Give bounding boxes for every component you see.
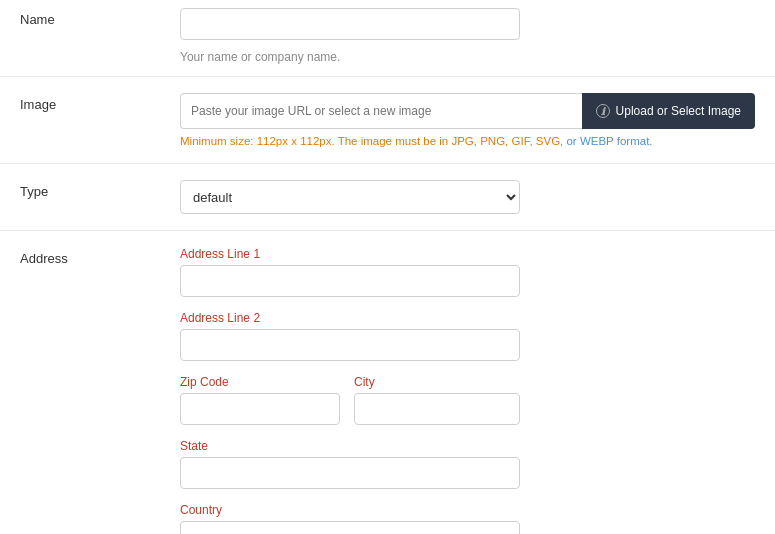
country-select-wrapper: ▾ [180, 521, 520, 534]
zip-label: Zip Code [180, 375, 340, 389]
address-line2-label: Address Line 2 [180, 311, 755, 325]
name-hint: Your name or company name. [180, 50, 755, 64]
city-input[interactable] [354, 393, 520, 425]
image-hint-text: Minimum size: 112px x 112px. The image m… [180, 135, 566, 147]
address-row: Address Address Line 1 Address Line 2 Zi… [0, 231, 775, 534]
address-line1-input[interactable] [180, 265, 520, 297]
image-hint: Minimum size: 112px x 112px. The image m… [180, 135, 755, 147]
state-input[interactable] [180, 457, 520, 489]
name-label: Name [20, 8, 180, 64]
image-content: ℹ Upload or Select Image Minimum size: 1… [180, 93, 755, 147]
zip-group: Zip Code [180, 375, 340, 425]
address-line2-input[interactable] [180, 329, 520, 361]
name-row: Name Your name or company name. [0, 0, 775, 77]
country-label: Country [180, 503, 755, 517]
address-line1-label: Address Line 1 [180, 247, 755, 261]
name-content: Your name or company name. [180, 8, 755, 64]
form-container: Name Your name or company name. Image ℹ … [0, 0, 775, 534]
state-group: State [180, 439, 755, 489]
type-label: Type [20, 180, 180, 214]
image-url-input[interactable] [180, 93, 582, 129]
type-content: default [180, 180, 755, 214]
country-search-input[interactable] [180, 521, 520, 534]
name-input[interactable] [180, 8, 520, 40]
image-label: Image [20, 93, 180, 147]
country-group: Country ▾ [180, 503, 755, 534]
address-fields: Address Line 1 Address Line 2 Zip Code C… [180, 247, 755, 534]
city-group: City [354, 375, 520, 425]
address-line2-group: Address Line 2 [180, 311, 755, 361]
image-row: Image ℹ Upload or Select Image Minimum s… [0, 77, 775, 164]
address-label: Address [20, 247, 180, 266]
webp-link[interactable]: or WEBP format. [566, 135, 652, 147]
zip-input[interactable] [180, 393, 340, 425]
state-label: State [180, 439, 755, 453]
city-label: City [354, 375, 520, 389]
image-input-group: ℹ Upload or Select Image [180, 93, 755, 129]
upload-select-button[interactable]: ℹ Upload or Select Image [582, 93, 755, 129]
upload-icon: ℹ [596, 104, 610, 118]
upload-button-label: Upload or Select Image [616, 104, 741, 118]
address-line1-group: Address Line 1 [180, 247, 755, 297]
zip-city-container: Zip Code City [180, 375, 520, 425]
type-select[interactable]: default [180, 180, 520, 214]
address-content: Address Line 1 Address Line 2 Zip Code C… [180, 247, 755, 534]
type-row: Type default [0, 164, 775, 231]
